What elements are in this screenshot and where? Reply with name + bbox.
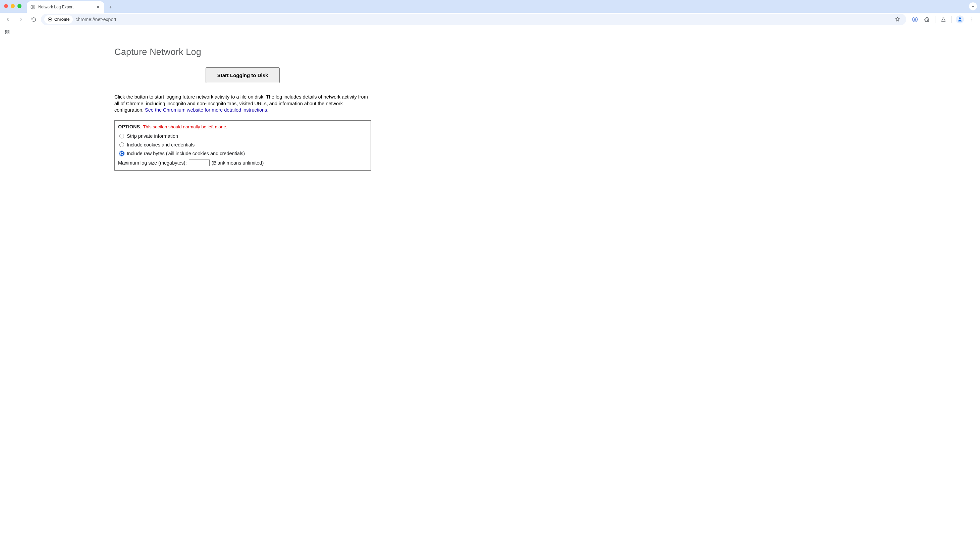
options-box: OPTIONS: This section should normally be… bbox=[114, 120, 371, 171]
page-content: Capture Network Log Start Logging to Dis… bbox=[0, 38, 980, 171]
tab-title: Network Log Export bbox=[38, 5, 74, 10]
page-title: Capture Network Log bbox=[114, 47, 371, 57]
window-traffic-lights bbox=[4, 4, 21, 8]
svg-point-8 bbox=[972, 21, 972, 21]
max-log-size-input[interactable] bbox=[189, 160, 209, 166]
bookmark-star-icon[interactable] bbox=[892, 14, 903, 25]
svg-point-7 bbox=[972, 19, 972, 20]
bookmarks-bar bbox=[0, 26, 980, 38]
window-zoom-icon[interactable] bbox=[18, 4, 21, 8]
option-include-raw-bytes[interactable]: Include raw bytes (will include cookies … bbox=[118, 151, 367, 156]
svg-point-4 bbox=[914, 18, 916, 20]
radio-icon[interactable] bbox=[119, 143, 124, 147]
browser-tab[interactable]: Network Log Export bbox=[27, 2, 104, 13]
globe-icon bbox=[30, 4, 35, 10]
avatar-icon bbox=[956, 15, 964, 24]
svg-point-2 bbox=[49, 19, 51, 21]
options-heading-colon: : bbox=[140, 124, 143, 129]
max-log-size-label: Maximum log size (megabytes): bbox=[118, 160, 187, 165]
tabs-overflow-button[interactable] bbox=[969, 2, 977, 11]
radio-icon[interactable] bbox=[119, 151, 124, 156]
max-log-size-row: Maximum log size (megabytes): (Blank mea… bbox=[118, 160, 367, 166]
start-logging-button[interactable]: Start Logging to Disk bbox=[206, 67, 280, 83]
svg-rect-10 bbox=[8, 30, 9, 32]
labs-icon[interactable] bbox=[938, 14, 949, 25]
radio-label: Include cookies and credentials bbox=[127, 142, 195, 148]
option-include-cookies[interactable]: Include cookies and credentials bbox=[118, 142, 367, 148]
apps-grid-icon[interactable] bbox=[2, 27, 13, 37]
profile-button[interactable] bbox=[954, 14, 965, 25]
profile-sync-icon[interactable] bbox=[909, 14, 920, 25]
back-button[interactable] bbox=[3, 14, 13, 25]
site-chip-label: Chrome bbox=[54, 17, 69, 22]
extensions-icon[interactable] bbox=[922, 14, 932, 25]
svg-rect-12 bbox=[8, 32, 9, 34]
close-tab-icon[interactable] bbox=[95, 4, 101, 10]
window-minimize-icon[interactable] bbox=[11, 4, 15, 8]
new-tab-button[interactable] bbox=[106, 2, 115, 12]
tab-strip: Network Log Export bbox=[0, 0, 980, 13]
description-suffix: . bbox=[267, 107, 268, 112]
radio-icon[interactable] bbox=[119, 134, 124, 138]
browser-toolbar: Chrome chrome://net-export bbox=[0, 13, 980, 26]
window-close-icon[interactable] bbox=[4, 4, 8, 8]
kebab-menu-icon[interactable] bbox=[967, 14, 977, 25]
svg-rect-11 bbox=[6, 32, 7, 34]
toolbar-separator bbox=[935, 16, 935, 23]
svg-point-6 bbox=[972, 18, 972, 18]
reload-button[interactable] bbox=[28, 14, 39, 25]
svg-point-5 bbox=[959, 18, 961, 19]
svg-rect-9 bbox=[6, 30, 7, 32]
options-warning: This section should normally be left alo… bbox=[143, 124, 227, 129]
toolbar-right-cluster bbox=[908, 14, 977, 25]
site-chip[interactable]: Chrome bbox=[44, 15, 73, 24]
max-log-size-hint: (Blank means unlimited) bbox=[212, 160, 264, 165]
radio-label: Include raw bytes (will include cookies … bbox=[127, 151, 245, 156]
options-heading: OPTIONS bbox=[118, 124, 140, 129]
address-bar[interactable]: Chrome chrome://net-export bbox=[41, 14, 906, 25]
chromium-instructions-link[interactable]: See the Chromium website for more detail… bbox=[145, 107, 267, 112]
chrome-icon bbox=[48, 17, 52, 22]
url-text: chrome://net-export bbox=[76, 17, 116, 22]
options-header-row: OPTIONS: This section should normally be… bbox=[118, 124, 367, 129]
radio-label: Strip private information bbox=[127, 133, 178, 139]
description-text: Click the button to start logging future… bbox=[114, 94, 371, 114]
option-strip-private[interactable]: Strip private information bbox=[118, 133, 367, 139]
toolbar-separator bbox=[951, 16, 952, 23]
forward-button[interactable] bbox=[15, 14, 26, 25]
